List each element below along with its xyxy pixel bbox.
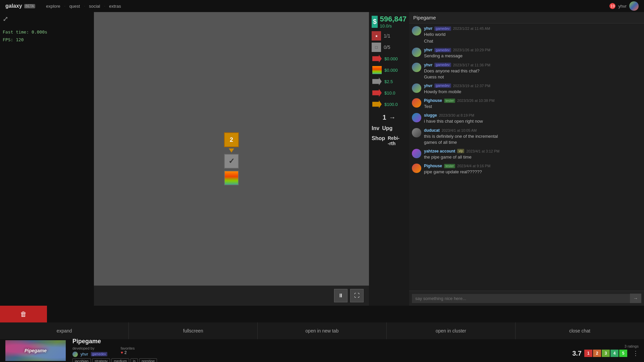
chat-username: yhvr [424,48,432,52]
chat-input-area: → [409,291,644,306]
obj-orange-box[interactable]: 2 [224,132,239,147]
chat-panel: Pipegame yhvr gamedev 2023/1/22 at 11:45… [409,12,644,306]
chat-header: Pighouse tester 2023/4/4 at 9:16 PM [424,164,641,168]
money-display: $ 596,847 10.0/s [372,15,407,28]
nav-explore[interactable]: explore [43,4,63,9]
chat-header: yhvr gamedev 2023/1/22 at 11:45 AM [424,26,641,31]
chat-username: yhvr [424,83,432,88]
obj-gray-box[interactable]: ✓ [224,154,239,169]
chat-message-content: yhvr gamedev 2023/1/22 at 11:45 AM Hello… [424,26,641,44]
game-thumbnail[interactable]: Pipegame [5,340,66,361]
nav-avatar[interactable] [629,1,639,11]
star-3-button[interactable]: 3 [602,350,610,357]
list-item: yhvr gamedev 2023/3/17 at 11:36 PM Does … [412,63,641,80]
nav-right: 19 yhvr [609,1,639,11]
shop-price-3: $10.0 [384,90,395,96]
chat-message-content: Pighouse tester 2023/3/26 at 10:38 PM Te… [424,98,641,110]
delete-button[interactable]: 🗑 [0,306,47,322]
star-4-button[interactable]: 4 [610,350,619,357]
chat-badge-gamedev: gamedev [434,26,451,31]
hud-tabs: Inv Upg [372,125,407,131]
tag-prestige[interactable]: prestige [139,358,157,362]
shop-item-0[interactable]: $0.000 [372,54,407,63]
chat-text: Does anyone read this chat?Guess not [424,68,641,80]
chat-send-button[interactable]: → [630,294,641,303]
chat-text: this is definitely one of the incrementa… [424,133,641,145]
nav-open-cluster[interactable]: open in cluster [387,322,516,339]
game-details: Pipegame developed by yhvr gamedev favor… [72,338,566,362]
shop-arrow-red-icon [372,54,382,63]
chat-username: yhvr [424,26,432,31]
chat-input[interactable] [412,294,630,303]
chat-username: yahtzee account [424,149,455,154]
shop-item-1[interactable]: $0.000 [372,65,407,75]
page-next-button[interactable]: → [389,114,396,121]
shop-price-4: $100.0 [384,102,398,107]
logo[interactable]: galaxy BETA [5,3,35,9]
money-rate: 10.0/s [380,23,407,28]
chat-badge-tester: tester [444,99,455,103]
list-item: Pighouse tester 2023/4/4 at 9:16 PM pipe… [412,164,641,175]
shop-price-0: $0.000 [384,56,398,61]
chat-badge-gamedev: gamedev [434,63,451,67]
dev-row: developed by [72,346,107,350]
notification-badge[interactable]: 19 [609,3,615,9]
chat-username: Pighouse [424,164,442,168]
resource-count-1: 1/1 [384,33,390,39]
nav-username[interactable]: yhvr [618,4,627,9]
chat-header: yhvr gamedev 2023/3/17 at 11:36 PM [424,63,641,67]
list-item: yahtzee account vip 2023/4/1 at 3:12 PM … [412,149,641,160]
tab-upg[interactable]: Upg [382,125,392,131]
avatar [412,63,421,72]
expand-icon[interactable]: ⤢ [3,15,8,23]
tag-js[interactable]: js [130,358,138,362]
main-area: ⤢ Fast time: 0.000s FPS: 120 ⊛ 🛡 </> CTR… [0,12,644,362]
rating-stars: 1 2 3 4 5 [584,350,627,357]
chat-time: 2023/4/1 at 10:05 AM [442,128,477,132]
dollar-icon: $ [372,16,378,28]
star-5-button[interactable]: 5 [619,350,627,357]
fullscreen-button[interactable]: ⛶ [350,289,364,302]
dev-username[interactable]: yhvr [80,352,88,357]
star-2-button[interactable]: 2 [593,350,601,357]
pause-button[interactable]: ⏸ [334,289,347,302]
nav-quest[interactable]: quest [67,4,83,9]
star-1-button[interactable]: 1 [584,350,592,357]
tab-shop[interactable]: Shop [372,135,385,146]
avatar [412,128,421,137]
logo-text: galaxy [5,3,22,9]
shop-item-3[interactable]: $10.0 [372,88,407,98]
game-canvas[interactable]: 2 ✓ [94,12,369,306]
shop-item-4[interactable]: $100.0 [372,100,407,109]
nav-open-new-tab[interactable]: open in new tab [258,322,386,339]
tag-medium[interactable]: medium [111,358,129,362]
more-options-button[interactable]: ⋮ [633,350,639,357]
chat-header: yhvr gamedev 2023/1/26 at 10:29 PM [424,48,641,52]
list-item: duducat 2023/4/1 at 10:05 AM this is def… [412,128,641,145]
tag-strategy[interactable]: strategy [92,358,110,362]
avatar [412,98,421,108]
dev-badge: gamedev [91,352,107,356]
chat-username: Pighouse [424,98,442,103]
nav-close-chat[interactable]: close chat [516,322,644,339]
list-item: Pighouse tester 2023/3/26 at 10:38 PM Te… [412,98,641,110]
chat-time: 2023/4/1 at 3:12 PM [466,149,499,153]
resource-count-2: 0/5 [384,45,390,50]
chat-header: duducat 2023/4/1 at 10:05 AM [424,128,641,133]
nav-fullscreen[interactable]: fullscreen [129,322,258,339]
obj-colored[interactable] [224,171,239,185]
nav-extras[interactable]: extras [106,4,123,9]
shop-item-2[interactable]: $2.5 [372,77,407,86]
tab-inv[interactable]: Inv [372,125,379,131]
resource-row-2: □ 0/5 [372,43,407,52]
nav-social[interactable]: social [86,4,103,9]
chat-time: 2023/3/17 at 11:36 PM [453,63,490,67]
rating-score: 3.7 [572,350,582,357]
resource-icon-1: ★ [372,31,381,41]
chat-header: slugge 2023/3/30 at 8:19 PM [424,113,641,118]
fav-count: 2 [124,350,127,355]
list-item: slugge 2023/3/30 at 8:19 PM i have this … [412,113,641,124]
tag-jacobian[interactable]: jacobian [72,358,91,362]
resource-icon-2: □ [372,43,381,52]
nav-expand[interactable]: expand [0,322,129,339]
